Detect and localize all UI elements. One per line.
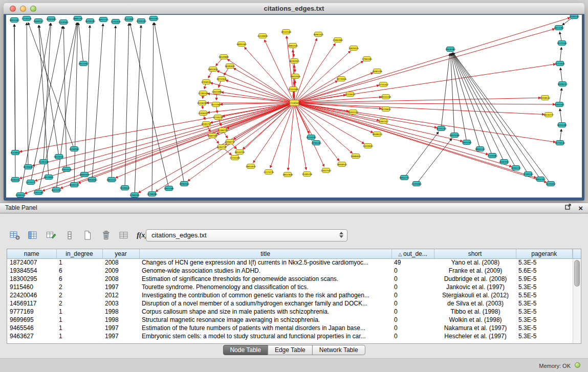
network-edge[interactable] <box>288 103 294 170</box>
network-node[interactable]: 18663342 <box>475 147 486 151</box>
network-node[interactable]: 17060301 <box>129 193 140 198</box>
network-node[interactable]: 18957215 <box>98 17 109 22</box>
network-node[interactable]: 14755442 <box>378 82 389 87</box>
tab-node-table[interactable]: Node Table <box>223 345 268 355</box>
network-node[interactable]: 15950713 <box>225 140 235 144</box>
network-node[interactable]: 17903301 <box>362 57 373 61</box>
network-node[interactable]: 19375164 <box>557 41 568 46</box>
network-node[interactable]: 16791210 <box>436 126 447 131</box>
network-node[interactable]: 19770130 <box>555 141 565 145</box>
network-node[interactable]: 12958121 <box>201 80 212 84</box>
network-node[interactable]: 14643122 <box>106 178 117 182</box>
network-node[interactable]: 19014073 <box>246 164 256 169</box>
tab-network-table[interactable]: Network Table <box>312 345 365 355</box>
close-window-button[interactable] <box>10 6 16 12</box>
network-node[interactable]: 21205318 <box>38 160 49 164</box>
network-node[interactable]: 15905514 <box>15 193 26 198</box>
float-panel-icon[interactable] <box>565 203 572 213</box>
network-node[interactable]: 19390621 <box>120 186 130 190</box>
network-node[interactable]: 21926974 <box>198 111 209 116</box>
network-node[interactable]: 12775771 <box>26 180 36 185</box>
network-node[interactable]: 21494063 <box>411 182 422 186</box>
network-node[interactable]: 18392115 <box>69 183 80 187</box>
network-node[interactable]: 17554300 <box>288 87 299 92</box>
network-node[interactable]: 19648384 <box>445 47 456 52</box>
network-edge[interactable] <box>294 103 555 104</box>
table-row[interactable]: 969969511998Structural magnetic resonanc… <box>7 316 573 324</box>
table-scrollbar[interactable] <box>573 259 581 343</box>
network-node[interactable]: 16510332 <box>54 155 64 159</box>
column-header-title[interactable]: title <box>139 249 391 258</box>
network-edge[interactable] <box>92 24 103 180</box>
edit-table-icon[interactable] <box>45 229 58 242</box>
network-node[interactable]: 21041247 <box>348 110 359 115</box>
network-node[interactable]: 25260561 <box>69 147 80 151</box>
network-node[interactable]: 20056853 <box>87 178 98 182</box>
network-edge[interactable] <box>56 23 77 190</box>
network-edge[interactable] <box>452 53 504 162</box>
network-node[interactable]: 16116612 <box>381 107 391 112</box>
network-node[interactable]: 17024529 <box>61 167 72 172</box>
network-edge[interactable] <box>417 139 451 184</box>
network-node[interactable]: 18301751 <box>201 122 212 126</box>
network-node[interactable]: 12116613 <box>345 92 356 97</box>
network-node[interactable]: 19086053 <box>351 154 361 159</box>
column-header-in_degree[interactable]: in_degree <box>56 249 102 258</box>
network-node[interactable]: 18508274 <box>372 132 383 137</box>
network-node[interactable]: 16840542 <box>337 162 347 167</box>
network-node[interactable]: 15823385 <box>164 186 175 191</box>
network-edge[interactable] <box>152 23 154 194</box>
zoom-window-button[interactable] <box>30 6 36 12</box>
table-row[interactable]: 977716911998Corpus callosum shape and si… <box>7 308 573 316</box>
network-node[interactable]: 22037554 <box>321 168 332 173</box>
column-header-name[interactable]: name <box>7 249 56 258</box>
network-edge[interactable] <box>42 103 294 191</box>
network-node[interactable]: 15938532 <box>540 96 551 100</box>
network-edge[interactable] <box>294 103 306 169</box>
network-node[interactable]: 17785341 <box>198 91 209 96</box>
network-node[interactable]: 20885494 <box>73 16 83 21</box>
network-node[interactable]: 19272901 <box>211 102 222 107</box>
network-node[interactable]: 20841816 <box>208 67 219 72</box>
network-node[interactable]: 15305416 <box>302 172 313 177</box>
network-node[interactable]: 16954481 <box>557 123 568 127</box>
network-edge[interactable] <box>135 26 141 195</box>
network-node[interactable]: 18496212 <box>557 82 568 86</box>
network-node[interactable]: 18439889 <box>219 55 229 59</box>
network-node[interactable]: 15318031 <box>10 150 21 155</box>
network-node[interactable]: 16256392 <box>85 19 96 24</box>
network-node[interactable]: 18544750 <box>234 150 245 155</box>
network-node[interactable]: 14651882 <box>212 90 223 94</box>
network-edge[interactable] <box>125 24 129 188</box>
network-node[interactable]: 21156526 <box>21 16 32 21</box>
network-node[interactable]: 20942452 <box>535 177 546 182</box>
network-node[interactable]: 20483296 <box>372 69 383 74</box>
network-node[interactable]: 15829225 <box>349 46 359 51</box>
network-node[interactable]: 18245777 <box>543 113 554 117</box>
network-node[interactable]: 17135278 <box>213 115 224 120</box>
network-node[interactable]: 21921380 <box>33 190 44 195</box>
network-edge[interactable] <box>208 94 294 103</box>
network-node[interactable]: 22410659 <box>257 34 268 38</box>
network-edge[interactable] <box>39 26 59 157</box>
network-node[interactable]: 20979188 <box>449 133 460 138</box>
network-edge[interactable] <box>294 103 511 166</box>
network-node[interactable]: 15146184 <box>197 101 208 105</box>
import-table-icon[interactable] <box>117 229 131 242</box>
network-node[interactable]: 16055361 <box>236 42 247 47</box>
network-edge[interactable] <box>33 103 294 166</box>
column-header-year[interactable]: year <box>102 249 139 258</box>
table-row[interactable]: 1456911722003Disruption of a novel membe… <box>7 299 573 308</box>
table-row[interactable]: 1830029562008Estimation of significance … <box>7 275 573 283</box>
network-node[interactable]: 17254366 <box>230 156 241 160</box>
table-row[interactable]: 1938455462009Genome-wide association stu… <box>7 267 573 275</box>
column-header-out_degree[interactable]: △out_de... <box>391 249 434 258</box>
network-node[interactable]: 14566342 <box>569 15 580 19</box>
column-header-pagerank[interactable]: pagerank <box>516 249 573 258</box>
network-node[interactable]: 12610651 <box>363 144 374 148</box>
network-node[interactable]: 18185059 <box>225 64 235 69</box>
network-node[interactable]: 14691501 <box>462 140 472 145</box>
network-node[interactable]: 12439302 <box>58 20 69 25</box>
column-header-short[interactable]: short <box>434 249 516 258</box>
network-edge[interactable] <box>441 54 450 128</box>
